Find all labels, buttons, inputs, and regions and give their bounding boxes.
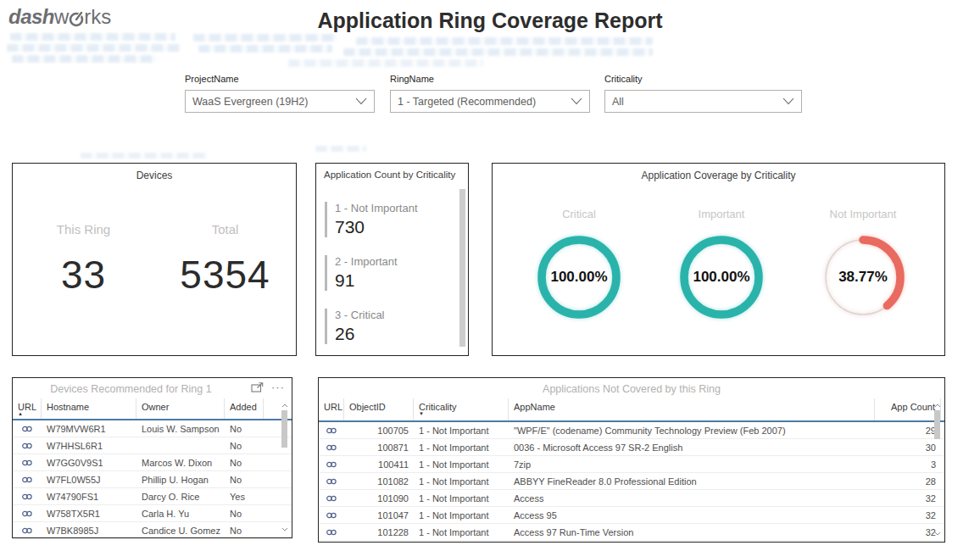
ghost-artifact (81, 153, 208, 159)
apps-table-header: URL ObjectID Criticality▼ AppName App Co… (319, 398, 944, 422)
cell-added: No (225, 458, 264, 468)
slicer-projectname-dropdown[interactable]: WaaS Evergreen (19H2) (185, 90, 375, 113)
cell-hostname: W79MVW6R1 (42, 424, 136, 434)
cell-owner: Marcos W. Dixon (136, 458, 225, 468)
coverage-card-title: Application Coverage by Criticality (493, 164, 944, 181)
column-header-objectid[interactable]: ObjectID (344, 398, 414, 420)
app-count-item: 2 - Important 91 (325, 255, 453, 291)
scrollbar-thumb[interactable] (934, 410, 940, 439)
cell-objectid: 101082 (344, 476, 414, 487)
cell-appname: ABBYY FineReader 8.0 Professional Editio… (509, 476, 875, 487)
cell-appname: 0036 - Microsoft Access 97 SR-2 English (509, 442, 875, 453)
devices-kpi-row: This Ring 33 Total 5354 (13, 222, 296, 298)
table-row[interactable]: 100411 1 - Not Important 7zip 3 (319, 456, 944, 473)
slicer-ringname-label: RingName (390, 74, 590, 84)
slicer-criticality: Criticality All (604, 74, 802, 113)
link-icon[interactable] (21, 476, 33, 484)
table-row[interactable]: 100705 1 - Not Important "WPF/E" (codena… (319, 422, 944, 439)
sort-asc-icon: ▲ (18, 412, 36, 416)
slicer-ringname-value: 1 - Targeted (Recommended) (398, 96, 571, 108)
cell-added: No (225, 424, 264, 434)
gauge-important-ring: 100.00% (675, 231, 768, 324)
kpi-total-label: Total (154, 222, 296, 237)
table-row[interactable]: 100871 1 - Not Important 0036 - Microsof… (319, 439, 944, 456)
cell-owner: Carla H. Yu (136, 509, 225, 519)
table-row[interactable]: 101228 1 - Not Important Access 97 Run-T… (319, 524, 944, 541)
cell-criticality: 1 - Not Important (414, 527, 509, 537)
cell-added: No (225, 526, 264, 536)
more-options-icon[interactable]: ··· (271, 383, 285, 392)
devices-card: Devices This Ring 33 Total 5354 (12, 163, 297, 356)
devices-table-header: URL▲ Hostname Owner Added (13, 398, 292, 420)
table-row[interactable]: W7GG0V9S1 Marcos W. Dixon No (13, 454, 292, 471)
table-row[interactable]: W74790FS1 Darcy O. Rice Yes (13, 488, 292, 505)
cell-appname: Access (509, 493, 875, 504)
link-icon[interactable] (326, 460, 337, 469)
link-icon[interactable] (21, 459, 33, 467)
devices-table-titlebar: Devices Recommended for Ring 1 ··· (13, 378, 292, 398)
gauge-critical-value: 100.00% (532, 231, 626, 324)
cell-appname: 7zip (509, 459, 875, 470)
scroll-down-icon[interactable] (932, 528, 943, 538)
cell-added: Yes (225, 492, 264, 502)
cell-criticality: 1 - Not Important (414, 459, 509, 470)
scroll-up-icon[interactable] (279, 400, 290, 410)
column-header-appname[interactable]: AppName (509, 398, 875, 420)
column-header-url[interactable]: URL (319, 398, 344, 420)
scroll-down-icon[interactable] (279, 524, 290, 534)
link-icon[interactable] (326, 443, 337, 452)
link-icon[interactable] (21, 425, 33, 433)
app-count-item-label: 2 - Important (335, 255, 453, 268)
kpi-total-value: 5354 (154, 252, 296, 298)
link-icon[interactable] (326, 494, 337, 503)
app-count-item: 3 - Critical 26 (325, 309, 453, 344)
cell-objectid: 101047 (344, 510, 414, 520)
app-count-item: 1 - Not Important 730 (325, 202, 453, 237)
apps-table-titlebar: Applications Not Covered by this Ring (319, 378, 944, 398)
table-row[interactable]: W79MVW6R1 Louis W. Sampson No (13, 420, 292, 437)
table-row[interactable]: W7FL0W55J Phillip U. Hogan No (13, 471, 292, 488)
cell-owner: Candice U. Gomez (136, 526, 225, 536)
cell-appname: "WPF/E" (codename) Community Technology … (509, 426, 875, 436)
table-row[interactable]: W7BK8985J Candice U. Gomez No (13, 522, 292, 539)
cell-objectid: 100871 (344, 442, 414, 453)
link-icon[interactable] (326, 511, 337, 520)
link-icon[interactable] (326, 477, 337, 486)
column-header-criticality[interactable]: Criticality▼ (414, 398, 509, 420)
column-header-url[interactable]: URL▲ (13, 398, 42, 419)
ghost-artifact (193, 34, 337, 42)
cell-owner: Louis W. Sampson (136, 424, 225, 434)
column-header-added[interactable]: Added (225, 398, 264, 419)
vertical-scrollbar[interactable] (279, 400, 290, 534)
column-header-hostname[interactable]: Hostname (42, 398, 136, 419)
column-header-owner[interactable]: Owner (136, 398, 225, 419)
table-row[interactable]: W758TX5R1 Carla H. Yu No (13, 505, 292, 522)
link-icon[interactable] (21, 526, 33, 535)
gauge-not-important-label: Not Important (812, 208, 914, 220)
scrollbar-thumb[interactable] (459, 189, 465, 347)
cell-hostname: W74790FS1 (42, 492, 136, 502)
gauge-not-important-value: 38.77% (816, 231, 910, 324)
cell-owner: Phillip U. Hogan (136, 475, 225, 485)
table-row[interactable]: 101090 1 - Not Important Access 32 (319, 490, 944, 507)
cell-criticality: 1 - Not Important (414, 493, 509, 504)
page-title: Application Ring Coverage Report (0, 8, 980, 33)
scrollbar-thumb[interactable] (281, 410, 287, 448)
table-row[interactable]: 101082 1 - Not Important ABBYY FineReade… (319, 473, 944, 490)
link-icon[interactable] (21, 442, 33, 450)
vertical-scrollbar[interactable] (932, 400, 943, 538)
gauge-important-label: Important (671, 208, 772, 220)
link-icon[interactable] (21, 493, 33, 501)
apps-table-title: Applications Not Covered by this Ring (319, 378, 944, 395)
link-icon[interactable] (326, 426, 337, 435)
slicer-ringname-dropdown[interactable]: 1 - Targeted (Recommended) (390, 90, 590, 113)
slicer-criticality-dropdown[interactable]: All (604, 90, 802, 113)
table-row[interactable]: 101047 1 - Not Important Access 95 32 (319, 507, 944, 524)
focus-mode-icon[interactable] (251, 382, 264, 392)
scroll-up-icon[interactable] (932, 400, 943, 410)
link-icon[interactable] (21, 509, 33, 518)
link-icon[interactable] (326, 528, 337, 537)
chevron-down-icon (571, 97, 582, 105)
sort-desc-icon: ▼ (419, 412, 503, 416)
table-row[interactable]: W7HHSL6R1 No (13, 437, 292, 454)
